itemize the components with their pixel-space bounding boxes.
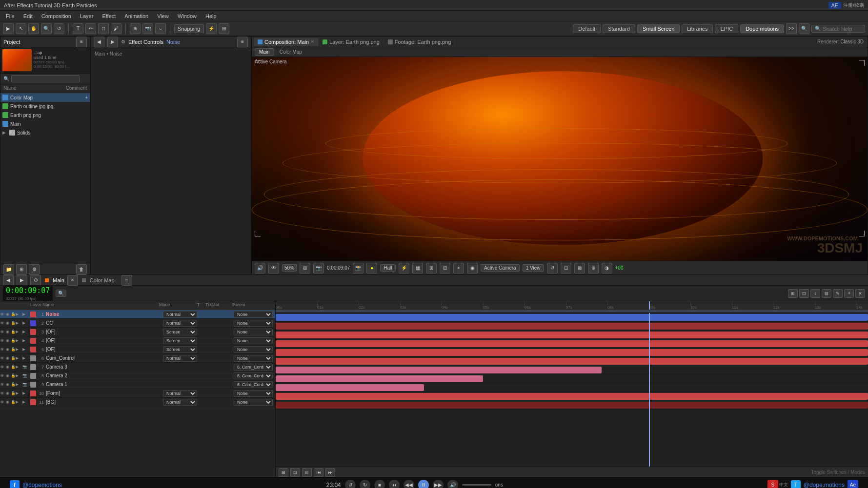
- layer7-expand[interactable]: ▶: [16, 365, 22, 369]
- search-toggle[interactable]: 🔍: [799, 23, 809, 34]
- play-tool[interactable]: ▶: [3, 23, 14, 34]
- new-folder-btn[interactable]: 📁: [3, 264, 14, 275]
- workspace-libraries[interactable]: Libraries: [682, 24, 713, 33]
- effect-nav-fwd[interactable]: ▶: [107, 37, 118, 47]
- layer9-solo[interactable]: ◉: [6, 382, 11, 387]
- layer6-parent[interactable]: None: [234, 355, 275, 362]
- comp-subtab-colormap[interactable]: Color Map: [275, 48, 306, 56]
- tl-tool-6[interactable]: ⌖: [844, 289, 854, 298]
- menu-view[interactable]: View: [153, 12, 173, 20]
- tl-footer-btn3[interactable]: ⊟: [302, 468, 312, 477]
- layer10-expand[interactable]: ▶: [16, 391, 22, 395]
- snapping-label[interactable]: Snapping: [174, 24, 204, 33]
- pen-tool[interactable]: ✏: [85, 23, 96, 34]
- layer11-expand2[interactable]: ▶: [22, 400, 29, 404]
- transport-skipback-btn[interactable]: ◀◀: [404, 480, 414, 488]
- layer-row-10[interactable]: 👁 ◉ 🔒 ▶ ▶ 10 [Form] Normal: [0, 389, 275, 398]
- project-item-earthpng[interactable]: Earth png.png: [0, 111, 90, 119]
- colormap-add[interactable]: +: [85, 95, 88, 100]
- social-left-name[interactable]: @dopemotions: [22, 482, 62, 488]
- comp-guide-toggle[interactable]: ⊟: [440, 263, 450, 273]
- orbit-tool[interactable]: ○: [155, 23, 166, 34]
- layer-row-7[interactable]: 👁 ◉ 🔒 ▶ 📷 7 Camera 3 6. Cam_Contr: [0, 363, 275, 371]
- layer9-parent[interactable]: 6. Cam_Contr: [234, 381, 275, 388]
- comp-ovl-toggle[interactable]: ◉: [467, 263, 478, 273]
- layer3-mode-select[interactable]: Screen: [163, 329, 197, 335]
- register-label[interactable]: 注册/续期: [843, 2, 864, 9]
- colormap-tab-label[interactable]: Color Map: [90, 277, 115, 283]
- layer10-mode-select[interactable]: Normal: [163, 390, 197, 397]
- layer5-expand[interactable]: ▶: [16, 347, 22, 351]
- transport-loop-btn[interactable]: ↺: [345, 480, 356, 488]
- layer5-mode[interactable]: Screen: [163, 346, 200, 353]
- layer2-mode-select[interactable]: Normal: [163, 320, 197, 327]
- layer1-expand2[interactable]: ▶: [22, 312, 29, 316]
- layer10-mode[interactable]: Normal: [163, 390, 200, 397]
- social-right-name[interactable]: @dope.motions: [804, 482, 845, 488]
- selection-tool[interactable]: ↖: [16, 23, 26, 34]
- layer9-eye[interactable]: 👁: [0, 382, 6, 387]
- layer1-expand[interactable]: ▶: [16, 312, 22, 316]
- menu-layer[interactable]: Layer: [76, 12, 98, 20]
- timeline-menu-btn[interactable]: ≡: [121, 275, 132, 286]
- layer9-expand[interactable]: ▶: [16, 382, 22, 387]
- layer4-expand[interactable]: ▶: [16, 338, 22, 343]
- tl-tool-7[interactable]: ✕: [855, 289, 865, 298]
- layer6-solo[interactable]: ◉: [6, 356, 11, 360]
- layer6-parent-select[interactable]: None: [234, 355, 273, 362]
- layer10-parent-select[interactable]: None: [234, 390, 273, 397]
- workspace-dope[interactable]: Dope motions: [740, 24, 784, 33]
- layer5-parent-select[interactable]: None: [234, 346, 273, 353]
- layer8-parent-select[interactable]: 6. Cam_Contr: [234, 372, 273, 379]
- layer7-lock[interactable]: 🔒: [11, 365, 16, 369]
- tl-tool-3[interactable]: ↕: [810, 289, 820, 298]
- tl-tool-5[interactable]: ✎: [833, 289, 843, 298]
- comp-toggle-audio[interactable]: 🔊: [255, 263, 265, 273]
- layer6-expand2[interactable]: ▶: [22, 356, 29, 360]
- layer7-parent-select[interactable]: 6. Cam_Contr: [234, 364, 273, 371]
- comp-color2-btn[interactable]: ◑: [602, 263, 612, 273]
- layer3-parent[interactable]: None: [234, 329, 275, 335]
- hand-tool[interactable]: ✋: [28, 23, 39, 34]
- layer10-parent[interactable]: None: [234, 390, 275, 397]
- tl-settings-btn[interactable]: ⚙: [30, 275, 41, 286]
- layer6-lock[interactable]: 🔒: [11, 356, 16, 360]
- layer5-eye[interactable]: 👁: [0, 347, 6, 352]
- layer4-expand2[interactable]: ▶: [22, 338, 29, 343]
- layer11-solo[interactable]: ◉: [6, 400, 11, 404]
- layer9-parent-select[interactable]: 6. Cam_Contr: [234, 381, 273, 388]
- comp-tab-main-close[interactable]: ✕: [311, 39, 314, 44]
- layer2-expand[interactable]: ▶: [16, 321, 22, 325]
- layer8-eye[interactable]: 👁: [0, 373, 6, 378]
- layer4-lock[interactable]: 🔒: [11, 338, 16, 343]
- comp-quality[interactable]: Half: [380, 264, 396, 272]
- comp-color-btn[interactable]: ●: [366, 263, 377, 273]
- comp-transparency-toggle[interactable]: ▦: [412, 263, 423, 273]
- layer10-solo[interactable]: ◉: [6, 391, 11, 395]
- comp-camera-select[interactable]: Active Camera: [481, 264, 520, 272]
- layer5-parent[interactable]: None: [234, 346, 275, 353]
- tl-footer-transport1[interactable]: ⏮: [314, 468, 323, 477]
- layer5-lock[interactable]: 🔒: [11, 347, 16, 351]
- layer7-eye[interactable]: 👁: [0, 365, 6, 370]
- project-item-solids[interactable]: ▶ Solids: [0, 128, 90, 137]
- layer-row-11[interactable]: 👁 ◉ 🔒 ▶ ▶ 11 [BG] Normal: [0, 398, 275, 407]
- layer1-solo[interactable]: ◉: [6, 312, 11, 316]
- layer-row-8[interactable]: 👁 ◉ 🔒 ▶ 📷 8 Camera 2 6. Cam_Contr: [0, 371, 275, 380]
- tl-tool-1[interactable]: ⊞: [788, 289, 798, 298]
- comp-reset-btn[interactable]: ↺: [547, 263, 558, 273]
- layer11-mode[interactable]: Normal: [163, 399, 200, 406]
- layer4-solo[interactable]: ◉: [6, 338, 11, 343]
- layer2-mode[interactable]: Normal: [163, 320, 200, 327]
- transport-refresh-btn[interactable]: ↻: [360, 480, 370, 488]
- text-tool[interactable]: T: [73, 23, 83, 34]
- facebook-icon[interactable]: f: [10, 480, 20, 488]
- layer11-lock[interactable]: 🔒: [11, 400, 16, 404]
- comp-subtab-main[interactable]: Main: [255, 48, 274, 56]
- layer4-mode[interactable]: Screen: [163, 337, 200, 344]
- timeline-tab-close[interactable]: ✕: [67, 275, 78, 286]
- layer9-lock[interactable]: 🔒: [11, 382, 16, 387]
- layer3-mode[interactable]: Screen: [163, 329, 200, 335]
- layer6-expand[interactable]: ▶: [16, 356, 22, 360]
- layer10-lock[interactable]: 🔒: [11, 391, 16, 395]
